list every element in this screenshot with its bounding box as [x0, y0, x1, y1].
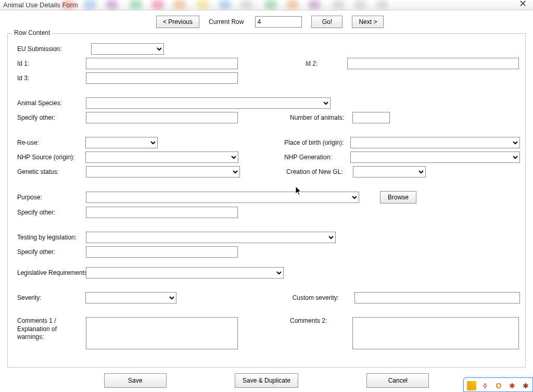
label-reuse: Re-use: [17, 139, 85, 146]
reuse-select[interactable] [85, 137, 158, 148]
system-tray: ◊ O ✱ ✱ [463, 377, 533, 392]
previous-button[interactable]: < Previous [156, 16, 199, 28]
number-of-animals-input[interactable] [352, 112, 390, 123]
nhp-source-select[interactable] [85, 151, 238, 163]
label-number-of-animals: Number of animals: [290, 114, 352, 121]
label-eu-submission: EU Submission: [17, 45, 86, 53]
purpose-select[interactable] [86, 192, 359, 203]
save-button[interactable]: Save [104, 373, 167, 388]
label-id1: Id 1: [17, 60, 86, 67]
creation-new-gl-select[interactable] [353, 166, 426, 178]
current-row-input[interactable] [255, 16, 302, 28]
label-specify-other-testing: Specify other: [17, 248, 86, 256]
label-id3: Id 3: [17, 74, 86, 82]
eu-submission-select[interactable] [91, 43, 164, 55]
label-testing-by-legislation: Testing by legislation: [17, 234, 86, 241]
specify-other-purpose-input[interactable] [86, 207, 238, 218]
label-specify-other-purpose: Specify other: [17, 209, 86, 216]
label-purpose: Purpose: [17, 194, 86, 201]
label-creation-new-gl: Creation of New GL: [286, 168, 353, 175]
tray-bug2-icon[interactable]: ✱ [521, 381, 530, 390]
label-id2: Id 2: [306, 60, 347, 67]
label-comments1: Comments 1 / Explanation of warnings: [17, 317, 86, 342]
label-severity: Severity: [17, 294, 85, 301]
next-button[interactable]: Next > [352, 16, 384, 28]
tray-grid-icon[interactable] [467, 381, 476, 390]
id2-input[interactable] [347, 58, 519, 69]
label-specify-other-species: Specify other: [17, 114, 86, 121]
custom-severity-input[interactable] [354, 292, 520, 304]
comments1-textarea[interactable] [86, 317, 238, 349]
background-toolbar-blur [57, 0, 502, 10]
legislative-requirements-select[interactable] [86, 267, 284, 279]
label-place-of-birth: Place of birth (origin): [284, 139, 350, 146]
bottom-button-bar: Save Save & Duplicate Cancel [7, 373, 526, 388]
comments2-textarea[interactable] [352, 317, 519, 349]
tray-bug-icon[interactable]: ✱ [507, 381, 517, 390]
window-title: Animal Use Details Form [3, 1, 78, 9]
specify-other-testing-input[interactable] [86, 246, 238, 258]
label-custom-severity: Custom severity: [293, 294, 354, 301]
nav-row: < Previous Current Row Go! Next > [0, 10, 533, 33]
go-button[interactable]: Go! [311, 16, 342, 28]
specify-other-species-input[interactable] [86, 112, 238, 123]
id1-input[interactable] [86, 58, 238, 69]
fieldset-legend: Row Content [12, 29, 52, 36]
cancel-button[interactable]: Cancel [366, 373, 429, 388]
label-animal-species: Animal Species: [17, 99, 86, 107]
window-titlebar: Animal Use Details Form ✕ [0, 0, 533, 10]
genetic-status-select[interactable] [86, 166, 240, 178]
animal-species-select[interactable] [86, 97, 331, 109]
close-icon[interactable]: ✕ [516, 0, 530, 9]
place-of-birth-select[interactable] [350, 137, 520, 148]
label-comments2: Comments 2: [290, 317, 352, 324]
tray-letter-o-icon[interactable]: O [494, 381, 503, 390]
label-legislative-requirements: Legislative Requirements: [17, 269, 86, 276]
label-genetic-status: Genetic status: [17, 168, 86, 175]
nhp-generation-select[interactable] [350, 151, 520, 163]
current-row-label: Current Row [209, 18, 246, 26]
save-duplicate-button[interactable]: Save & Duplicate [235, 373, 298, 388]
label-nhp-source: NHP Source (origin): [17, 154, 85, 161]
browse-button[interactable]: Browse [380, 191, 416, 204]
testing-by-legislation-select[interactable] [86, 232, 336, 243]
severity-select[interactable] [85, 292, 176, 304]
tray-shield-icon[interactable]: ◊ [480, 381, 490, 390]
label-nhp-generation: NHP Generation: [284, 154, 350, 161]
id3-input[interactable] [86, 72, 238, 84]
